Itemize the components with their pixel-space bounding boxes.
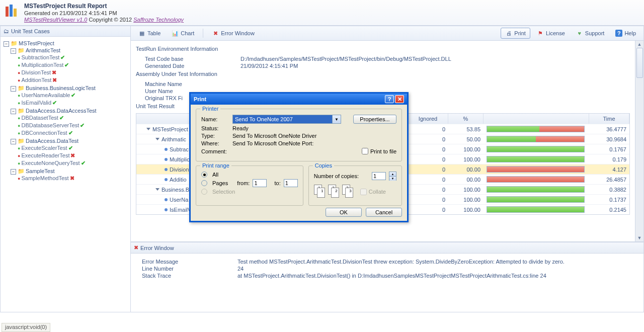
range-all-radio[interactable]: All — [201, 172, 298, 178]
error-panel-header: ✖ Error Window — [131, 242, 643, 254]
tree-leaf[interactable]: ●SampleMethodTest✖ — [18, 175, 128, 182]
spin-down-icon[interactable]: ▼ — [389, 177, 396, 181]
properties-button[interactable]: Properties... — [353, 115, 396, 124]
row-name: IsEmailV — [170, 207, 191, 213]
collapse-icon[interactable]: − — [11, 109, 16, 114]
print-to-file-input[interactable] — [362, 148, 368, 154]
to-input[interactable] — [284, 179, 298, 187]
tree-leaf[interactable]: ●DBDatabaseServerTest✔ — [18, 122, 128, 129]
cancel-button[interactable]: Cancel — [366, 208, 402, 217]
bullet-icon: ● — [18, 131, 20, 136]
product-link[interactable]: MSTestResultViewer v1.0 — [24, 17, 87, 23]
col-time[interactable]: Time — [589, 114, 629, 124]
pass-icon: ✔ — [60, 54, 65, 60]
col-bar[interactable] — [484, 114, 589, 124]
tree-leaf[interactable]: ●DBDatasetTest✔ — [18, 114, 128, 122]
error-icon: ✖ — [212, 30, 219, 37]
tree-leaf[interactable]: ●SubtractionTest✔ — [18, 54, 128, 61]
license-button[interactable]: ⚑License — [532, 28, 570, 39]
col-ignored[interactable]: Ignored — [408, 114, 448, 124]
row-bar — [484, 144, 589, 154]
collapse-icon[interactable]: − — [11, 139, 16, 144]
fail-icon: ✖ — [70, 175, 74, 181]
status-label: Status: — [201, 125, 229, 131]
tree-leaf[interactable]: ●ExecuteNoneQueryTest✔ — [18, 159, 128, 167]
row-ignored: 0 — [408, 125, 448, 134]
collapse-icon[interactable]: − — [4, 41, 9, 47]
tree-group[interactable]: −📁DataAccess.DataTest●ExecuteScalerTest✔… — [11, 137, 128, 168]
chart-button[interactable]: 📊Chart — [167, 28, 199, 39]
row-ignored: 0 — [408, 135, 448, 144]
fail-icon: ✖ — [52, 77, 57, 83]
tree-leaf[interactable]: ●DBConnectionTest✔ — [18, 129, 128, 137]
printer-selected-value: Send To OneNote 2007 — [232, 115, 333, 124]
tree-group[interactable]: −📁DataAccess.DataAccessTest●DBDatasetTes… — [11, 107, 128, 137]
sidebar-title: 🗂 Unit Test Cases — [1, 26, 130, 37]
bullet-icon: ● — [18, 116, 20, 121]
scroll-up-icon[interactable]: ▲ — [637, 42, 642, 47]
dropdown-icon[interactable]: ▼ — [333, 115, 341, 124]
expand-icon[interactable] — [155, 138, 159, 140]
collapse-icon[interactable]: − — [11, 86, 16, 92]
tree-leaf[interactable]: ●DivisionTest✖ — [18, 69, 128, 76]
tree-leaf[interactable]: ●UserNameAvailable✔ — [18, 92, 128, 99]
sidebar-title-text: Unit Test Cases — [11, 28, 50, 34]
tree-leaf[interactable]: ●ExecuteReaderTest✖ — [18, 152, 128, 159]
tree-leaf[interactable]: ●ExecuteScalerTest✔ — [18, 144, 128, 152]
numcopies-spinner[interactable]: ▲▼ — [389, 172, 396, 181]
bullet-icon: ● — [18, 146, 20, 151]
folder-icon: 📁 — [18, 138, 25, 144]
row-bar — [484, 205, 589, 214]
tree-group[interactable]: −📁SampleTest●SampleMethodTest✖ — [11, 168, 128, 183]
print-button[interactable]: 🖨Print — [501, 28, 530, 39]
kv-gendate: Generated Date21/09/2012 4:15:41 PM — [145, 63, 638, 69]
scroll-down-icon[interactable]: ▼ — [637, 235, 642, 240]
spin-up-icon[interactable]: ▲ — [389, 172, 396, 177]
test-tree[interactable]: −📁MSTestProject−📁ArithmaticTest●Subtract… — [1, 37, 130, 312]
tree-root-node[interactable]: −📁MSTestProject−📁ArithmaticTest●Subtract… — [4, 40, 128, 183]
kv-codebase: Test Code baseD:/Imdadhusen/Samples/MSTe… — [145, 56, 638, 62]
col-pct[interactable]: % — [448, 114, 484, 124]
help-button[interactable]: ?Help — [611, 28, 640, 39]
from-input[interactable] — [253, 179, 267, 187]
ok-button[interactable]: OK — [326, 208, 362, 217]
printer-select[interactable]: Send To OneNote 2007 ▼ — [232, 115, 341, 124]
codebase-val: D:/Imdadhusen/Samples/MSTestProject/MSTe… — [240, 56, 451, 62]
tree-leaf[interactable]: ●MultiplicationTest✔ — [18, 61, 128, 69]
question-icon: ? — [388, 96, 391, 102]
bullet-icon: ● — [18, 78, 20, 83]
collapse-icon[interactable]: − — [11, 169, 16, 175]
vertical-scrollbar[interactable]: ▲ ▼ — [635, 41, 643, 241]
tree-leaf[interactable]: ●AdditionTest✖ — [18, 76, 128, 84]
print-to-file-checkbox[interactable]: Print to file — [362, 148, 396, 154]
dialog-titlebar[interactable]: Print ? ✕ — [191, 94, 407, 105]
scroll-thumb[interactable] — [636, 48, 643, 78]
type-label: Type: — [201, 133, 229, 139]
license-label: License — [546, 30, 565, 36]
error-icon: ✖ — [134, 244, 138, 251]
row-name: Subtrac — [170, 146, 189, 152]
dialog-close-button[interactable]: ✕ — [395, 95, 404, 103]
dialog-help-button[interactable]: ? — [385, 95, 394, 103]
numcopies-input[interactable] — [372, 172, 386, 180]
tree-group[interactable]: −📁ArithmaticTest●SubtractionTest✔●Multip… — [11, 47, 128, 85]
row-time: 0.1737 — [589, 195, 629, 204]
row-time: 0.179 — [589, 155, 629, 164]
errorwin-button[interactable]: ✖Error Window — [207, 28, 259, 39]
bullet-icon: ● — [18, 93, 20, 98]
collapse-icon[interactable]: − — [11, 48, 16, 54]
tree-leaf[interactable]: ●IsEmailValid✔ — [18, 99, 128, 107]
print-label: Print — [514, 30, 526, 36]
expand-icon[interactable] — [146, 128, 150, 130]
expand-icon[interactable] — [155, 188, 159, 191]
support-button[interactable]: ♥Support — [572, 28, 609, 39]
row-pct: 100.00 — [448, 145, 484, 154]
tree-group[interactable]: −📁Business.BusinessLogicTest●UserNameAva… — [11, 85, 128, 107]
type-value: Send To Microsoft OneNote Driver — [232, 133, 316, 139]
row-pct: 100.00 — [448, 155, 484, 164]
fail-icon: ✖ — [70, 152, 75, 158]
sidebar: 🗂 Unit Test Cases −📁MSTestProject−📁Arith… — [0, 26, 131, 312]
table-button[interactable]: ▦Table — [134, 28, 165, 39]
vendor-link[interactable]: Saffroze Technology — [133, 17, 184, 23]
range-pages-radio[interactable]: Pages from: to: — [201, 179, 298, 187]
